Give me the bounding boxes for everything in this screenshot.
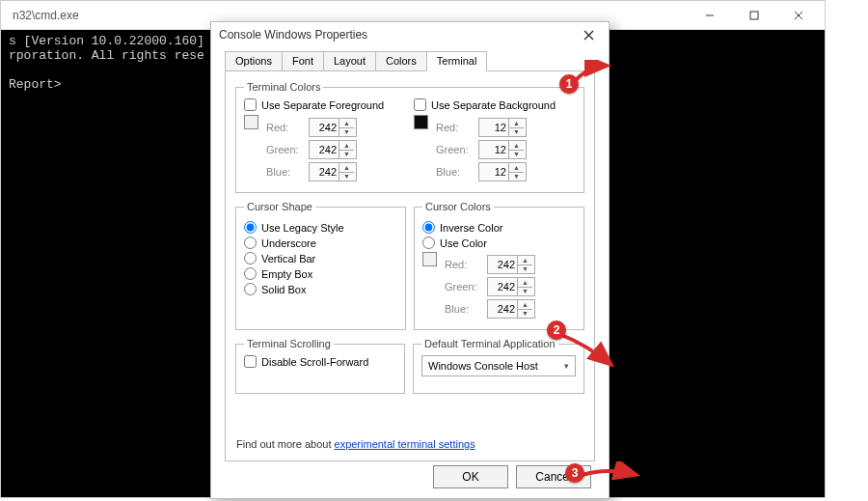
ok-button[interactable]: OK <box>433 465 508 488</box>
chk-sep-background-label: Use Separate Background <box>431 99 556 111</box>
bg-green-input[interactable] <box>479 144 508 155</box>
properties-dialog: Console Windows Properties Options Font … <box>210 21 610 499</box>
tab-layout[interactable]: Layout <box>323 51 376 71</box>
chk-sep-foreground-box[interactable] <box>244 98 257 111</box>
legend-scrolling: Terminal Scrolling <box>244 338 334 349</box>
radio-inverse-color[interactable]: Inverse Color <box>422 221 576 234</box>
radio-vertical-bar[interactable]: Vertical Bar <box>244 252 397 264</box>
fg-green-spinner[interactable]: ▲▼ <box>309 140 357 159</box>
findout-text: Find out more about experimental termina… <box>236 438 475 450</box>
spin-down-icon: ▼ <box>339 128 354 137</box>
cursor-swatch <box>422 252 437 266</box>
group-cursor-shape: Cursor Shape Use Legacy Style Underscore… <box>235 201 406 330</box>
chk-sep-background[interactable]: Use Separate Background <box>414 98 576 111</box>
label-red: Red: <box>266 122 309 133</box>
cursor-red-spinner[interactable]: ▲▼ <box>487 255 535 274</box>
chk-sep-background-box[interactable] <box>414 98 426 111</box>
annotation-3: 3 <box>565 463 584 483</box>
fg-red-spinner[interactable]: ▲▼ <box>309 118 357 137</box>
experimental-settings-link[interactable]: experimental terminal settings <box>335 438 475 450</box>
tab-font[interactable]: Font <box>282 51 324 71</box>
default-terminal-value: Windows Console Host <box>428 360 538 372</box>
cmd-line: s [Version 10.0.22000.160] <box>9 34 204 48</box>
bg-swatch <box>414 115 428 129</box>
group-cursor-colors: Cursor Colors Inverse Color Use Color Re… <box>414 201 584 330</box>
radio-underscore[interactable]: Underscore <box>244 237 397 249</box>
chk-sep-foreground[interactable]: Use Separate Foreground <box>244 98 406 111</box>
tab-colors[interactable]: Colors <box>375 51 427 71</box>
spin-up-icon: ▲ <box>339 119 354 128</box>
bg-green-spinner[interactable]: ▲▼ <box>478 140 527 159</box>
cmd-prompt: Report> <box>9 77 62 92</box>
fg-swatch <box>244 115 258 129</box>
chk-sep-foreground-label: Use Separate Foreground <box>261 99 384 111</box>
annotation-arrow-2 <box>556 326 623 373</box>
minimize-button[interactable] <box>688 1 732 30</box>
annotation-1: 1 <box>559 74 579 94</box>
chk-disable-scroll-forward[interactable]: Disable Scroll-Forward <box>244 355 396 368</box>
group-terminal-colors: Terminal Colors Use Separate Foreground … <box>235 81 584 193</box>
tab-options[interactable]: Options <box>225 51 283 71</box>
fg-green-input[interactable] <box>310 144 339 155</box>
dialog-titlebar: Console Windows Properties <box>211 22 609 47</box>
radio-use-color[interactable]: Use Color <box>422 237 576 249</box>
dialog-close-button[interactable] <box>576 22 601 47</box>
bg-blue-spinner[interactable]: ▲▼ <box>478 162 527 181</box>
tabstrip: Options Font Layout Colors Terminal <box>225 51 595 71</box>
annotation-arrow-3 <box>579 461 646 487</box>
close-button[interactable] <box>776 1 821 30</box>
legend-default-terminal: Default Terminal Application <box>421 338 558 349</box>
radio-solid-box[interactable]: Solid Box <box>244 283 397 295</box>
group-terminal-scrolling: Terminal Scrolling Disable Scroll-Forwar… <box>235 338 405 394</box>
bg-red-input[interactable] <box>479 122 508 133</box>
tab-body-terminal: Terminal Colors Use Separate Foreground … <box>225 70 595 461</box>
legend-cursor-shape: Cursor Shape <box>244 201 315 212</box>
radio-empty-box[interactable]: Empty Box <box>244 267 397 280</box>
svg-rect-1 <box>750 12 758 19</box>
legend-terminal-colors: Terminal Colors <box>244 81 323 93</box>
dialog-title: Console Windows Properties <box>219 28 576 42</box>
cursor-green-spinner[interactable]: ▲▼ <box>487 277 535 296</box>
label-green: Green: <box>266 144 309 155</box>
cursor-blue-spinner[interactable]: ▲▼ <box>487 299 535 319</box>
maximize-button[interactable] <box>732 1 776 30</box>
legend-cursor-colors: Cursor Colors <box>422 201 494 212</box>
cmd-line: rporation. All rights rese <box>9 48 204 63</box>
bg-red-spinner[interactable]: ▲▼ <box>478 118 527 137</box>
tab-terminal[interactable]: Terminal <box>426 51 488 71</box>
radio-legacy[interactable]: Use Legacy Style <box>244 221 397 234</box>
bg-blue-input[interactable] <box>479 166 508 178</box>
fg-blue-spinner[interactable]: ▲▼ <box>309 162 357 181</box>
fg-red-input[interactable] <box>310 122 339 133</box>
fg-blue-input[interactable] <box>310 166 339 178</box>
label-blue: Blue: <box>266 166 309 178</box>
annotation-2: 2 <box>547 320 566 340</box>
default-terminal-select[interactable]: Windows Console Host ▾ <box>421 355 576 376</box>
cmd-title: n32\cmd.exe <box>13 9 688 22</box>
